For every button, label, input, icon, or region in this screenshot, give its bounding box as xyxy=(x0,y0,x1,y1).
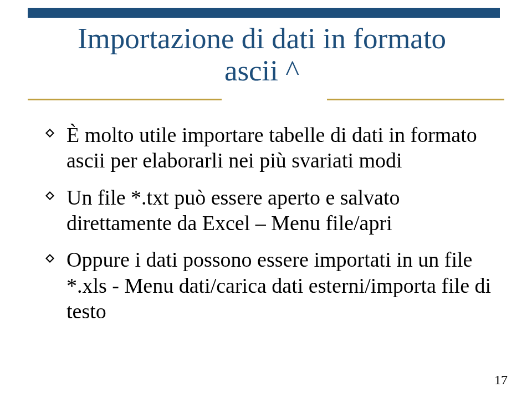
title-line-1: Importazione di dati in formato xyxy=(28,22,496,54)
list-item-text: Oppure i dati possono essere importati i… xyxy=(66,248,491,323)
title-underline-right xyxy=(327,99,504,100)
slide-title: Importazione di dati in formato ascii ^ xyxy=(28,22,496,93)
bullet-icon xyxy=(45,191,54,200)
bullet-icon xyxy=(45,254,54,263)
list-item: È molto utile importare tabelle di dati … xyxy=(45,122,505,174)
bullet-icon xyxy=(45,129,54,138)
list-item: Oppure i dati possono essere importati i… xyxy=(45,247,505,324)
list-item-text: Un file *.txt può essere aperto e salvat… xyxy=(66,186,400,235)
header-accent-bar xyxy=(28,8,500,18)
title-underline-left xyxy=(28,99,222,100)
page-number: 17 xyxy=(494,373,508,388)
list-item-text: È molto utile importare tabelle di dati … xyxy=(66,123,477,172)
list-item: Un file *.txt può essere aperto e salvat… xyxy=(45,185,505,236)
title-line-2: ascii ^ xyxy=(28,54,496,86)
bullet-list: È molto utile importare tabelle di dati … xyxy=(45,122,505,335)
slide: Importazione di dati in formato ascii ^ … xyxy=(0,0,532,402)
